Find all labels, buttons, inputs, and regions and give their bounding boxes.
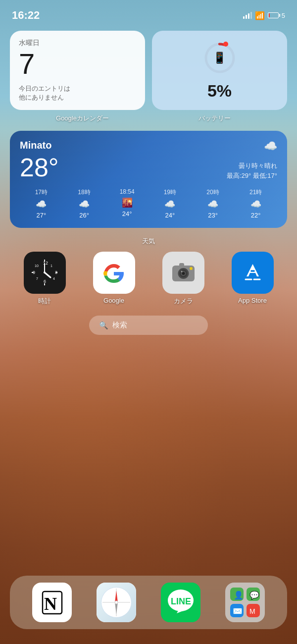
hour-temp-4: 24° [165,212,175,219]
hour-time-1: 17時 [35,188,48,197]
hour-temp-5: 23° [208,212,218,219]
google-label: Google [103,297,124,304]
battery-percent: 5 [282,12,285,19]
calendar-date: 7 [19,50,136,78]
top-widget-labels: Googleカレンダー バッテリー [10,114,287,123]
folder-icon: 👤 💬 ✉️ M [225,583,265,622]
safari-icon [97,583,136,622]
hour-temp-1: 27° [37,212,47,219]
hour-time-3: 18:54 [120,188,135,195]
hour-time-6: 21時 [249,188,262,197]
svg-text:M: M [249,607,255,615]
search-icon: 🔍 [99,321,108,330]
svg-text:10: 10 [35,264,39,268]
hour-temp-2: 26° [79,212,89,219]
app-google[interactable]: Google [93,252,135,306]
status-icons: 📶 5 [243,11,285,20]
svg-text:✉️: ✉️ [233,606,243,616]
weather-hour-5: 20時 ☁️ 23° [192,188,235,219]
hour-icon-1: ☁️ [36,199,47,210]
svg-point-23 [182,272,185,275]
line-icon: LINE [161,583,200,622]
svg-rect-45 [225,583,265,622]
appstore-label: App Store [238,297,267,304]
svg-text:12: 12 [43,261,48,266]
weather-main: 28° 曇り時々晴れ 最高:29° 最低:17° [20,155,277,180]
apps-grid: 12 3 6 9 1 4 7 10 時計 [0,252,297,306]
signal-icon [243,12,252,19]
phone-icon: 📱 [213,52,226,64]
svg-text:LINE: LINE [171,596,191,606]
calendar-day: 水曜日 [19,39,136,48]
dock-folder[interactable]: 👤 💬 ✉️ M [225,583,265,622]
svg-point-41 [115,601,118,604]
search-bar[interactable]: 🔍 検索 [89,316,208,335]
svg-point-17 [44,271,46,273]
hour-icon-3: 🌇 [122,197,133,208]
hour-time-2: 18時 [78,188,90,197]
svg-text:1: 1 [50,264,52,268]
weather-hour-1: 17時 ☁️ 27° [20,188,63,219]
notion-icon: N [32,583,72,622]
app-camera[interactable]: カメラ [162,252,204,306]
weather-label: 天気 [0,237,297,246]
weather-condition: 曇り時々晴れ [227,161,277,171]
dock-safari[interactable] [97,583,136,622]
hour-icon-2: ☁️ [79,199,90,210]
calendar-widget[interactable]: 水曜日 7 今日のエントリは他にありません [10,31,145,110]
calendar-note: 今日のエントリは他にありません [19,84,136,102]
battery-percentage: 5% [207,81,232,101]
wifi-icon: 📶 [255,11,265,20]
battery-widget-label: バッテリー [152,114,277,123]
svg-rect-25 [179,263,184,267]
svg-text:3: 3 [55,270,57,275]
weather-hour-4: 19時 ☁️ 24° [148,188,192,219]
camera-label: カメラ [174,297,193,306]
google-icon [93,252,135,294]
weather-high-low: 最高:29° 最低:17° [227,171,277,181]
battery-circle: 📱 [202,41,237,75]
hour-icon-4: ☁️ [164,199,175,210]
svg-point-24 [181,271,182,272]
battery-widget[interactable]: 📱 5% [152,31,287,110]
battery-low-dot [223,42,228,47]
dock-notion[interactable]: N [32,583,72,622]
app-clock[interactable]: 12 3 6 9 1 4 7 10 時計 [24,252,66,306]
weather-hour-3: 18:54 🌇 24° [105,188,148,219]
hour-time-5: 20時 [206,188,219,197]
hour-icon-6: ☁️ [250,199,261,210]
weather-hour-2: 18時 ☁️ 26° [63,188,106,219]
hour-time-4: 19時 [164,188,176,197]
svg-text:N: N [44,594,57,614]
weather-temperature: 28° [20,155,59,180]
hour-icon-5: ☁️ [207,199,218,210]
camera-icon [162,252,204,294]
clock-icon: 12 3 6 9 1 4 7 10 [24,252,66,294]
widgets-area: 水曜日 7 今日のエントリは他にありません 📱 5% [0,26,297,233]
calendar-widget-label: Googleカレンダー [20,114,145,123]
clock-label: 時計 [38,297,51,306]
weather-widget[interactable]: Minato ☁️ 28° 曇り時々晴れ 最高:29° 最低:17° 17時 ☁… [10,131,287,228]
weather-location: Minato [20,140,51,151]
status-bar: 16:22 📶 5 [0,0,297,26]
svg-text:7: 7 [36,277,38,280]
hour-temp-3: 24° [122,210,132,217]
dock: N [10,576,287,629]
svg-point-26 [190,267,193,270]
search-text: 検索 [112,321,127,330]
weather-description: 曇り時々晴れ 最高:29° 最低:17° [227,161,277,180]
hour-temp-6: 22° [251,212,261,219]
svg-text:6: 6 [44,279,46,284]
weather-hourly: 17時 ☁️ 27° 18時 ☁️ 26° 18:54 🌇 24° 19時 ☁️ [20,188,277,219]
time-display: 16:22 [12,9,40,22]
dock-line[interactable]: LINE [161,583,200,622]
appstore-icon [232,252,274,294]
svg-text:👤: 👤 [234,590,244,600]
app-appstore[interactable]: App Store [232,252,274,306]
svg-text:💬: 💬 [249,590,259,600]
weather-hour-6: 21時 ☁️ 22° [234,188,277,219]
weather-cloud-icon: ☁️ [264,140,277,153]
battery-icon [268,12,279,18]
weather-header: Minato ☁️ [20,140,277,153]
svg-text:9: 9 [33,270,35,275]
